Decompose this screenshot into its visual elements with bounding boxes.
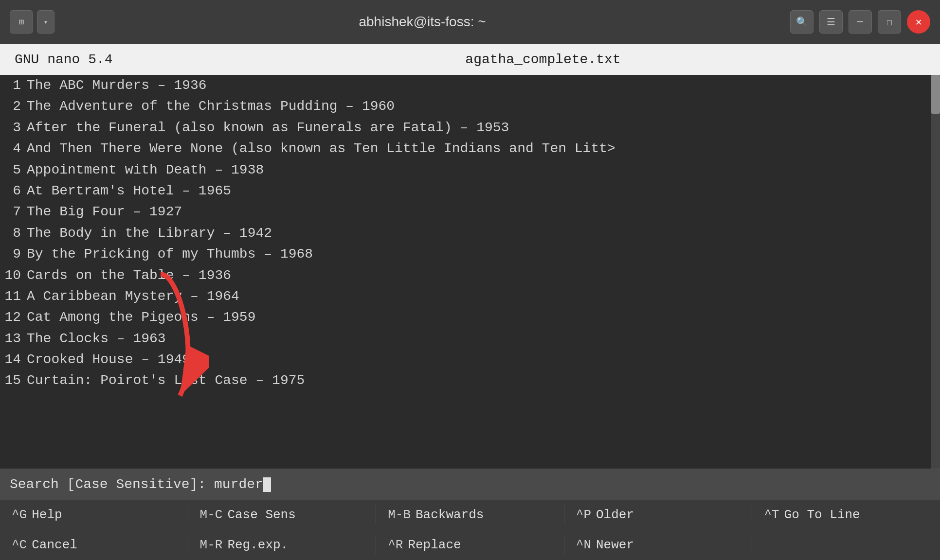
dropdown-button[interactable]: ▾ — [37, 10, 54, 34]
search-button[interactable]: 🔍 — [790, 10, 813, 34]
menu-item-4[interactable]: ^TGo To Line — [752, 500, 940, 530]
line-text: The ABC Murders – 1936 — [27, 75, 207, 96]
menu-item-4[interactable] — [752, 530, 940, 560]
line-text: After the Funeral (also known as Funeral… — [27, 117, 509, 138]
menu-bar-2: ^CCancelM-RReg.exp.^RReplace^NNewer — [0, 530, 940, 560]
close-button[interactable]: ✕ — [907, 10, 930, 34]
menu-key: M-R — [200, 538, 223, 552]
line-number: 8 — [0, 223, 27, 244]
menu-item-0[interactable]: ^CCancel — [0, 530, 188, 560]
menu-bar-1: ^GHelpM-CCase SensM-BBackwards^POlder^TG… — [0, 500, 940, 530]
menu-label: Cancel — [32, 538, 77, 552]
line-12: 12Cat Among the Pigeons – 1959 — [0, 307, 940, 328]
menu-key: ^R — [388, 538, 403, 552]
line-text: The Clocks – 1963 — [27, 328, 166, 349]
line-14: 14Crooked House – 1949 — [0, 349, 940, 370]
line-number: 15 — [0, 370, 27, 391]
line-number: 6 — [0, 180, 27, 201]
terminal-content: 1The ABC Murders – 19362The Adventure of… — [0, 75, 940, 469]
line-number: 5 — [0, 159, 27, 180]
line-number: 2 — [0, 96, 27, 117]
menu-label: Help — [32, 508, 62, 522]
menu-item-1[interactable]: M-RReg.exp. — [188, 530, 376, 560]
line-10: 10Cards on the Table – 1936 — [0, 265, 940, 286]
line-number: 4 — [0, 138, 27, 159]
line-text: The Body in the Library – 1942 — [27, 223, 272, 244]
menu-label: Replace — [408, 538, 461, 552]
line-text: The Big Four – 1927 — [27, 201, 182, 222]
nano-version: GNU nano 5.4 — [15, 52, 161, 67]
menu-button[interactable]: ☰ — [819, 10, 843, 34]
menu-key: ^C — [12, 538, 27, 552]
window-title: abhishek@its-foss: ~ — [54, 14, 790, 30]
search-prompt: Search [Case Sensitive]: murder — [10, 477, 263, 492]
line-number: 9 — [0, 244, 27, 264]
line-text: A Caribbean Mystery – 1964 — [27, 286, 239, 307]
line-text: At Bertram's Hotel – 1965 — [27, 180, 231, 201]
line-number: 7 — [0, 201, 27, 222]
menu-label: Backwards — [416, 508, 484, 522]
title-bar: ⊞ ▾ abhishek@its-foss: ~ 🔍 ☰ ─ ☐ ✕ — [0, 0, 940, 44]
scrollbar-thumb[interactable] — [931, 75, 940, 114]
line-number: 14 — [0, 349, 27, 370]
line-text: Crooked House – 1949 — [27, 349, 190, 370]
line-6: 6At Bertram's Hotel – 1965 — [0, 180, 940, 201]
maximize-button[interactable]: ☐ — [878, 10, 901, 34]
menu-item-1[interactable]: M-CCase Sens — [188, 500, 376, 530]
line-number: 13 — [0, 328, 27, 349]
menu-key: ^N — [576, 538, 591, 552]
menu-key: M-C — [200, 508, 223, 522]
line-number: 11 — [0, 286, 27, 307]
menu-key: M-B — [388, 508, 411, 522]
cursor — [263, 477, 271, 492]
menu-item-3[interactable]: ^POlder — [564, 500, 752, 530]
line-7: 7The Big Four – 1927 — [0, 201, 940, 222]
line-4: 4And Then There Were None (also known as… — [0, 138, 940, 159]
line-text: And Then There Were None (also known as … — [27, 138, 615, 159]
menu-label: Older — [596, 508, 634, 522]
line-5: 5Appointment with Death – 1938 — [0, 159, 940, 180]
menu-item-2[interactable]: M-BBackwards — [376, 500, 564, 530]
menu-item-3[interactable]: ^NNewer — [564, 530, 752, 560]
menu-label: Reg.exp. — [227, 538, 288, 552]
line-8: 8The Body in the Library – 1942 — [0, 223, 940, 244]
line-number: 12 — [0, 307, 27, 328]
menu-label: Case Sens — [227, 508, 295, 522]
line-15: 15Curtain: Poirot's Last Case – 1975 — [0, 370, 940, 391]
title-bar-right: 🔍 ☰ ─ ☐ ✕ — [790, 10, 930, 34]
menu-item-2[interactable]: ^RReplace — [376, 530, 564, 560]
nano-header: GNU nano 5.4 agatha_complete.txt — [0, 44, 940, 75]
nano-filename: agatha_complete.txt — [161, 52, 925, 67]
new-tab-button[interactable]: ⊞ — [10, 10, 33, 34]
menu-label: Go To Line — [784, 508, 860, 522]
line-number: 10 — [0, 265, 27, 286]
title-text: abhishek@its-foss: ~ — [359, 14, 486, 30]
menu-label: Newer — [596, 538, 634, 552]
menu-key: ^P — [576, 508, 591, 522]
title-bar-left: ⊞ ▾ — [10, 10, 54, 34]
line-text: By the Pricking of my Thumbs – 1968 — [27, 244, 313, 264]
menu-key: ^T — [764, 508, 779, 522]
scrollbar[interactable] — [931, 75, 940, 469]
line-3: 3After the Funeral (also known as Funera… — [0, 117, 940, 138]
line-text: Cards on the Table – 1936 — [27, 265, 231, 286]
line-text: Curtain: Poirot's Last Case – 1975 — [27, 370, 305, 391]
line-text: Appointment with Death – 1938 — [27, 159, 264, 180]
menu-key: ^G — [12, 508, 27, 522]
line-13: 13The Clocks – 1963 — [0, 328, 940, 349]
minimize-button[interactable]: ─ — [849, 10, 872, 34]
menu-item-0[interactable]: ^GHelp — [0, 500, 188, 530]
terminal-wrapper: GNU nano 5.4 agatha_complete.txt 1The AB… — [0, 44, 940, 560]
line-text: Cat Among the Pigeons – 1959 — [27, 307, 255, 328]
line-11: 11A Caribbean Mystery – 1964 — [0, 286, 940, 307]
search-bar: Search [Case Sensitive]: murder — [0, 469, 940, 500]
line-number: 3 — [0, 117, 27, 138]
line-text: The Adventure of the Christmas Pudding –… — [27, 96, 395, 117]
line-1: 1The ABC Murders – 1936 — [0, 75, 940, 96]
line-2: 2The Adventure of the Christmas Pudding … — [0, 96, 940, 117]
line-9: 9By the Pricking of my Thumbs – 1968 — [0, 244, 940, 264]
line-number: 1 — [0, 75, 27, 96]
